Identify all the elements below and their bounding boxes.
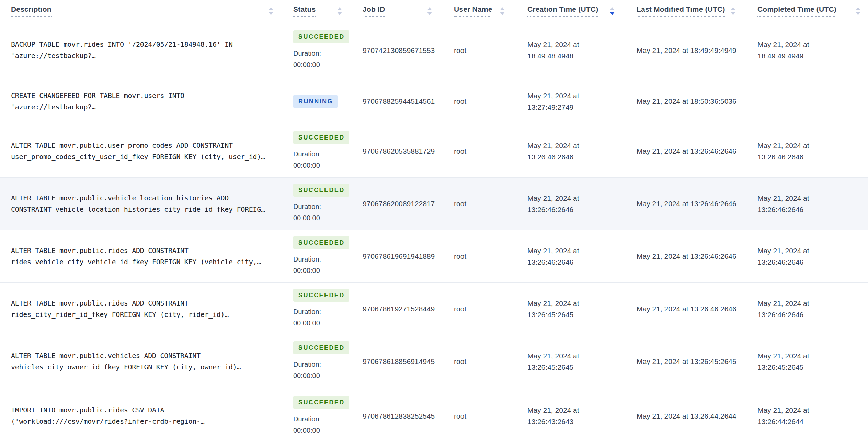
table-row[interactable]: ALTER TABLE movr.public.rides ADD CONSTR… — [0, 282, 868, 335]
column-header-user-name[interactable]: User Name — [439, 0, 512, 23]
column-header-job-id[interactable]: Job ID — [350, 0, 439, 23]
column-label-creation-time[interactable]: Creation Time (UTC) — [527, 5, 598, 17]
table-row[interactable]: ALTER TABLE movr.public.user_promo_codes… — [0, 125, 868, 177]
duration-label: Duration: — [293, 306, 350, 318]
creation-time: May 21, 2024 at 13:26:43:2643 — [512, 388, 622, 444]
duration-label: Duration: — [293, 201, 350, 212]
sort-icon-description[interactable] — [269, 7, 273, 15]
column-label-completed-time[interactable]: Completed Time (UTC) — [757, 5, 836, 17]
column-label-last-modified-time[interactable]: Last Modified Time (UTC) — [637, 5, 725, 17]
status-badge: SUCCEEDED — [293, 236, 349, 249]
job-id: 970678620535881729 — [350, 125, 439, 177]
creation-time: May 21, 2024 at 13:27:49:2749 — [512, 78, 622, 125]
job-id: 970678620089122817 — [350, 177, 439, 230]
table-row[interactable]: ALTER TABLE movr.public.rides ADD CONSTR… — [0, 230, 868, 282]
completed-time: May 21, 2024 at 13:26:46:2646 — [743, 282, 868, 335]
last-modified-time: May 21, 2024 at 13:26:46:2646 — [622, 230, 743, 282]
last-modified-time: May 21, 2024 at 13:26:46:2646 — [622, 125, 743, 177]
status-cell: SUCCEEDED Duration: 00:00:00 — [281, 125, 350, 177]
column-label-status[interactable]: Status — [293, 5, 316, 17]
job-description: CREATE CHANGEFEED FOR TABLE movr.users I… — [0, 78, 281, 125]
table-row[interactable]: ALTER TABLE movr.public.vehicles ADD CON… — [0, 335, 868, 388]
job-id: 970678619271528449 — [350, 282, 439, 335]
creation-time: May 21, 2024 at 13:26:46:2646 — [512, 125, 622, 177]
last-modified-time: May 21, 2024 at 13:26:46:2646 — [622, 177, 743, 230]
status-badge: SUCCEEDED — [293, 184, 349, 197]
creation-time: May 21, 2024 at 13:26:45:2645 — [512, 335, 622, 388]
status-cell: SUCCEEDED Duration: 00:00:00 — [281, 230, 350, 282]
sort-icon-completed-time[interactable] — [856, 7, 860, 15]
table-row[interactable]: IMPORT INTO movr.public.rides CSV DATA (… — [0, 388, 868, 444]
status-cell: SUCCEEDED Duration: 00:00:00 — [281, 177, 350, 230]
header-row: Description Status Job ID User Name Crea… — [0, 0, 868, 23]
job-description: ALTER TABLE movr.public.rides ADD CONSTR… — [0, 230, 281, 282]
column-label-description[interactable]: Description — [11, 5, 52, 17]
creation-time: May 21, 2024 at 13:26:46:2646 — [512, 230, 622, 282]
last-modified-time: May 21, 2024 at 18:50:36:5036 — [622, 78, 743, 125]
sort-icon-last-modified-time[interactable] — [731, 7, 735, 15]
column-label-job-id[interactable]: Job ID — [363, 5, 385, 17]
user-name: root — [439, 78, 512, 125]
jobs-table-body: BACKUP TABLE movr.rides INTO '/2024/05/2… — [0, 23, 868, 444]
duration-label: Duration: — [293, 359, 350, 370]
job-description: ALTER TABLE movr.public.vehicle_location… — [0, 177, 281, 230]
job-id: 970742130859671553 — [350, 23, 439, 78]
column-header-completed-time[interactable]: Completed Time (UTC) — [743, 0, 868, 23]
last-modified-time: May 21, 2024 at 13:26:45:2645 — [622, 335, 743, 388]
status-badge: SUCCEEDED — [293, 30, 349, 43]
job-description: ALTER TABLE movr.public.user_promo_codes… — [0, 125, 281, 177]
sort-icon-job-id[interactable] — [427, 7, 432, 15]
completed-time: May 21, 2024 at 13:26:44:2644 — [743, 388, 868, 444]
user-name: root — [439, 388, 512, 444]
job-description: IMPORT INTO movr.public.rides CSV DATA (… — [0, 388, 281, 444]
column-header-last-modified-time[interactable]: Last Modified Time (UTC) — [622, 0, 743, 23]
sort-icon-status[interactable] — [337, 7, 342, 15]
duration-value: 00:00:00 — [293, 425, 350, 436]
job-description: ALTER TABLE movr.public.vehicles ADD CON… — [0, 335, 281, 388]
status-badge: SUCCEEDED — [293, 289, 349, 302]
creation-time: May 21, 2024 at 13:26:45:2645 — [512, 282, 622, 335]
user-name: root — [439, 177, 512, 230]
jobs-table: Description Status Job ID User Name Crea… — [0, 0, 868, 444]
user-name: root — [439, 23, 512, 78]
completed-time: May 21, 2024 at 13:26:46:2646 — [743, 125, 868, 177]
table-row[interactable]: CREATE CHANGEFEED FOR TABLE movr.users I… — [0, 78, 868, 125]
last-modified-time: May 21, 2024 at 18:49:49:4949 — [622, 23, 743, 78]
user-name: root — [439, 335, 512, 388]
job-id: 970678619691941889 — [350, 230, 439, 282]
status-badge: SUCCEEDED — [293, 131, 349, 144]
job-description: ALTER TABLE movr.public.rides ADD CONSTR… — [0, 282, 281, 335]
status-cell: SUCCEEDED Duration: 00:00:00 — [281, 282, 350, 335]
completed-time: May 21, 2024 at 13:26:45:2645 — [743, 335, 868, 388]
job-id: 970678825944514561 — [350, 78, 439, 125]
sort-icon-user-name[interactable] — [500, 7, 505, 15]
completed-time: May 21, 2024 at 13:26:46:2646 — [743, 230, 868, 282]
sort-icon-creation-time-active-desc[interactable] — [610, 7, 615, 15]
last-modified-time: May 21, 2024 at 13:26:44:2644 — [622, 388, 743, 444]
duration-value: 00:00:00 — [293, 318, 350, 329]
user-name: root — [439, 125, 512, 177]
last-modified-time: May 21, 2024 at 13:26:46:2646 — [622, 282, 743, 335]
creation-time: May 21, 2024 at 13:26:46:2646 — [512, 177, 622, 230]
column-label-user-name[interactable]: User Name — [454, 5, 492, 17]
job-description: BACKUP TABLE movr.rides INTO '/2024/05/2… — [0, 23, 281, 78]
duration-value: 00:00:00 — [293, 160, 350, 171]
table-row[interactable]: BACKUP TABLE movr.rides INTO '/2024/05/2… — [0, 23, 868, 78]
status-cell: SUCCEEDED Duration: 00:00:00 — [281, 388, 350, 444]
column-header-creation-time[interactable]: Creation Time (UTC) — [512, 0, 622, 23]
status-cell: SUCCEEDED Duration: 00:00:00 — [281, 335, 350, 388]
duration-label: Duration: — [293, 413, 350, 425]
table-row-highlighted[interactable]: ALTER TABLE movr.public.vehicle_location… — [0, 177, 868, 230]
status-badge: RUNNING — [293, 95, 338, 108]
column-header-description[interactable]: Description — [0, 0, 281, 23]
duration-label: Duration: — [293, 254, 350, 265]
duration-value: 00:00:00 — [293, 59, 350, 70]
status-badge: SUCCEEDED — [293, 396, 349, 409]
status-cell: RUNNING — [281, 78, 350, 125]
jobs-table-header: Description Status Job ID User Name Crea… — [0, 0, 868, 23]
completed-time: May 21, 2024 at 13:26:46:2646 — [743, 177, 868, 230]
column-header-status[interactable]: Status — [281, 0, 350, 23]
duration-value: 00:00:00 — [293, 212, 350, 224]
completed-time: May 21, 2024 at 18:49:49:4949 — [743, 23, 868, 78]
job-id: 970678612838252545 — [350, 388, 439, 444]
